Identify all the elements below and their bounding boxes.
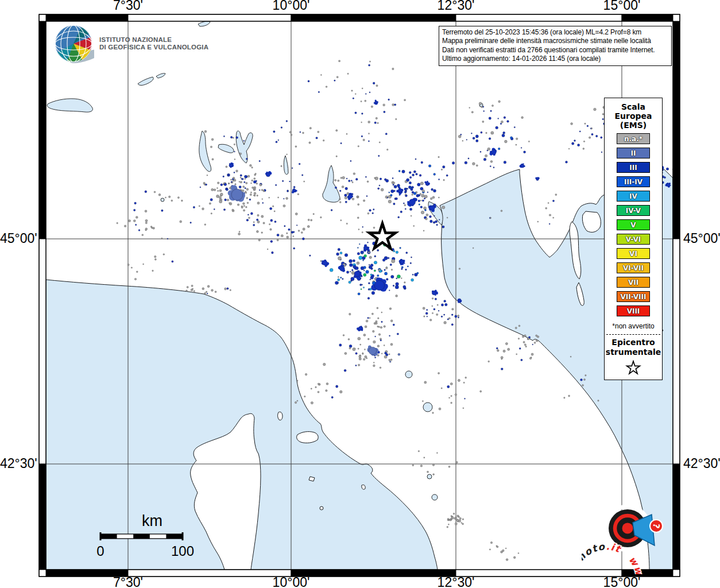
watermark-url-text: www.haisentitoilterremoto.it	[582, 541, 645, 574]
legend-swatch-viiviii: VII-VIII	[617, 291, 650, 302]
ingv-name-line2: DI GEOFISICA E VULCANOLOGIA	[99, 44, 208, 52]
legend-swatch-vii: VII	[617, 277, 650, 288]
legend-divider	[606, 334, 660, 335]
ems-scale-legend: Scala Europea (EMS) n.a.*IIIIIIII-IVIVIV…	[604, 98, 663, 380]
legend-swatch-vivii: VI-VII	[617, 262, 650, 273]
legend-swatch-na: n.a.*	[617, 133, 650, 144]
axis-label-top-3: 15°00'	[603, 0, 641, 13]
legend-title-line1: Scala	[605, 102, 662, 111]
scale-bar-end: 100	[171, 543, 194, 559]
legend-swatch-label: VI	[629, 250, 637, 258]
legend-swatch-label: VIII	[627, 307, 640, 315]
island-montecristo	[320, 506, 323, 510]
ingv-globe-icon	[53, 23, 94, 64]
map-interior	[46, 16, 675, 570]
scale-bar-unit: km	[142, 512, 162, 529]
legend-epicenter-line2: strumentale	[605, 347, 662, 357]
legend-swatch-label: IV-V	[626, 207, 641, 215]
legend-swatch-label: VI-VII	[623, 264, 644, 272]
legend-swatch-label: V-VI	[626, 235, 641, 243]
legend-swatch-label: n.a.*	[624, 135, 642, 143]
axis-label-bottom-2: 12°30'	[438, 575, 475, 588]
axis-label-bottom-0: 7°30'	[113, 575, 143, 588]
legend-swatch-ivv: IV-V	[617, 205, 650, 216]
axis-label-top-0: 7°30'	[113, 0, 143, 13]
legend-swatch-label: VII-VIII	[620, 293, 646, 301]
legend-footnote: *non avvertito	[605, 322, 662, 330]
intensity-map-page: 7°30'7°30'10°00'10°00'12°30'12°30'15°00'…	[0, 0, 720, 588]
island-capraia	[278, 412, 282, 420]
island-giglio	[362, 485, 365, 489]
scale-bar-start: 0	[96, 543, 104, 559]
info-line-questionnaires: Dati non verificati estratti da 2766 que…	[442, 46, 668, 55]
axis-label-bottom-3: 15°00'	[603, 575, 641, 588]
legend-swatch-iv: IV	[617, 191, 650, 202]
ingv-logo-text: ISTITUTO NAZIONALE DI GEOFISICA E VULCAN…	[99, 36, 208, 52]
island-pianosa	[309, 477, 315, 481]
axis-label-bottom-1: 10°00'	[273, 575, 310, 588]
lake-trasimeno	[405, 371, 412, 378]
legend-swatch-iii: III	[617, 162, 650, 173]
legend-swatches: n.a.*IIIIIIII-IVIVIV-VVV-VIVIVI-VIIVIIVI…	[605, 133, 662, 316]
legend-swatch-vvi: V-VI	[617, 234, 650, 245]
info-line-updated: Ultimo aggiornamento: 14-01-2026 11:45 (…	[442, 55, 668, 63]
legend-epicenter-line1: Epicentro	[605, 338, 662, 347]
info-line-map-type: Mappa preliminare delle intensità macros…	[442, 37, 668, 45]
scale-bar: km 0 100	[91, 508, 217, 565]
legend-swatch-iiiiv: III-IV	[617, 176, 650, 187]
legend-swatch-label: V	[630, 221, 636, 229]
legend-swatch-label: II	[631, 149, 636, 157]
axis-label-left-1: 42°30'	[0, 456, 36, 471]
ingv-logo: ISTITUTO NAZIONALE DI GEOFISICA E VULCAN…	[53, 23, 208, 64]
ingv-name-line1: ISTITUTO NAZIONALE	[99, 36, 208, 44]
island-elba	[297, 432, 319, 443]
legend-swatch-v: V	[617, 219, 650, 230]
island-krk	[582, 211, 601, 232]
axis-label-right-1: 42°30'	[683, 456, 720, 471]
legend-swatch-viii: VIII	[617, 305, 650, 316]
axis-label-top-2: 12°30'	[438, 0, 475, 13]
legend-swatch-label: III-IV	[624, 178, 642, 186]
legend-swatch-label: III	[629, 164, 637, 172]
info-line-event: Terremoto del 25-10-2023 15:45:36 (ora l…	[442, 28, 668, 37]
legend-swatch-ii: II	[617, 148, 650, 158]
legend-title-line2: Europea	[605, 111, 662, 121]
lake-vico	[427, 474, 432, 479]
haisentitoilterremoto-watermark: ? www.haisentitoilterremoto.it	[582, 485, 676, 574]
axis-label-top-1: 10°00'	[273, 0, 310, 13]
lake-small-po	[161, 198, 164, 202]
legend-swatch-vi: VI	[617, 248, 650, 259]
axis-label-left-0: 45°00'	[0, 231, 36, 246]
legend-epicenter-star-icon	[625, 360, 642, 376]
legend-swatch-label: VII	[628, 278, 638, 287]
lake-bolsena	[423, 403, 432, 412]
lake-bracciano	[432, 494, 438, 500]
legend-title-line3: (EMS)	[605, 121, 662, 130]
earthquake-info-box: Terremoto del 25-10-2023 15:45:36 (ora l…	[439, 26, 672, 66]
axis-label-right-0: 45°00'	[683, 231, 720, 246]
legend-swatch-label: IV	[629, 192, 637, 200]
